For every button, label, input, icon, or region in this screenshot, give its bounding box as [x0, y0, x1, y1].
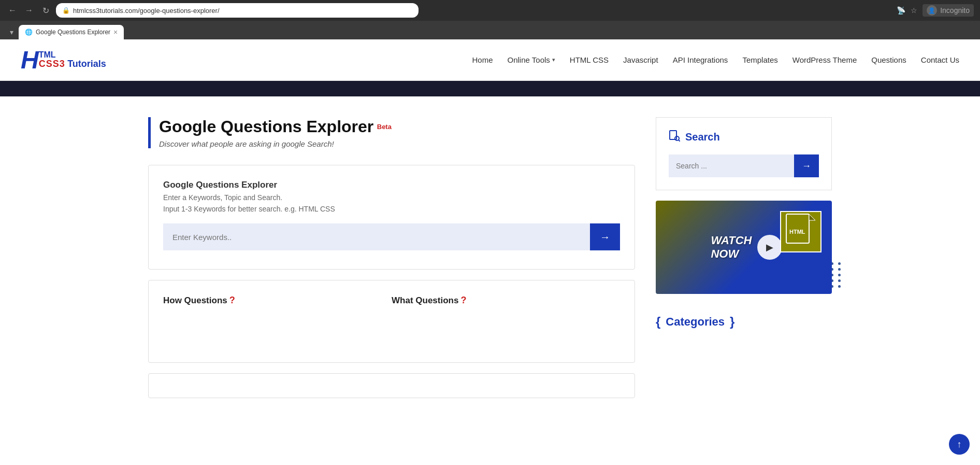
arrow-right-icon: →: [600, 231, 610, 243]
video-widget[interactable]: WATCHNOW ▶ HTML: [656, 201, 832, 294]
arrow-right-icon: →: [802, 161, 811, 172]
watch-now-text: WATCHNOW: [711, 234, 752, 261]
nav-item-api-integrations[interactable]: API Integrations: [673, 55, 728, 64]
tab-bar: ▾ 🌐 Google Questions Explorer ×: [0, 21, 980, 39]
tool-card: Google Questions Explorer Enter a Keywor…: [148, 165, 635, 270]
sidebar-search-row: →: [669, 154, 819, 177]
star-icon[interactable]: ☆: [911, 6, 917, 15]
tab-favicon: 🌐: [25, 29, 33, 36]
nav-label-html-css: HTML CSS: [570, 55, 609, 64]
dot: [838, 274, 841, 276]
dot: [838, 262, 841, 265]
what-questions-title: What Questions ?: [392, 295, 620, 306]
page-subtitle: Discover what people are asking in googl…: [159, 139, 392, 148]
nav-label-online-tools: Online Tools: [508, 55, 550, 64]
nav-label-home: Home: [472, 55, 493, 64]
tab-label: Google Questions Explorer: [36, 29, 110, 36]
how-questions-title: How Questions ?: [163, 295, 392, 306]
nav-item-online-tools[interactable]: Online Tools ▾: [508, 55, 555, 64]
address-bar[interactable]: 🔒 htmlcss3tutorials.com/google-questions…: [56, 3, 419, 18]
search-widget-title: Search: [669, 130, 819, 144]
how-questions-label: How Questions: [163, 295, 227, 306]
site-header: H TML CSS3 Tutorials Home Online Tools ▾…: [0, 39, 980, 81]
beta-badge: Beta: [377, 123, 392, 131]
browser-chrome: ← → ↻ 🔒 htmlcss3tutorials.com/google-que…: [0, 0, 980, 21]
sidebar-search-input[interactable]: [669, 154, 794, 177]
html-icon: HTML: [780, 211, 822, 252]
tool-card-desc: Enter a Keywords, Topic and Search.: [163, 193, 620, 202]
keyword-input[interactable]: [163, 223, 590, 250]
nav-label-questions: Questions: [871, 55, 906, 64]
back-button[interactable]: ←: [6, 4, 19, 17]
search-input-row: →: [163, 223, 620, 250]
tab-down-button[interactable]: ▾: [4, 25, 19, 39]
search-icon: [669, 130, 680, 144]
nav-item-templates[interactable]: Templates: [742, 55, 777, 64]
avatar: 👤: [927, 5, 937, 16]
what-question-mark: ?: [460, 295, 466, 306]
dot: [838, 268, 841, 271]
keyword-search-button[interactable]: →: [590, 223, 620, 250]
nav-label-wordpress: WordPress Theme: [792, 55, 857, 64]
page-title-area: Google Questions Explorer Beta Discover …: [148, 117, 635, 148]
dark-banner: [0, 81, 980, 96]
dot: [838, 285, 841, 288]
what-questions-label: What Questions: [392, 295, 458, 306]
open-brace: {: [656, 315, 660, 329]
chevron-down-icon: ▾: [552, 57, 555, 63]
dot: [838, 279, 841, 282]
how-questions-col: How Questions ?: [163, 295, 392, 306]
nav-label-javascript: Javascript: [623, 55, 658, 64]
svg-line-2: [679, 140, 680, 142]
forward-button[interactable]: →: [23, 4, 35, 17]
logo-h: H: [21, 48, 39, 73]
main-nav: Home Online Tools ▾ HTML CSS Javascript …: [472, 55, 959, 64]
incognito-label: Incognito: [940, 6, 970, 15]
tool-card-hint: Input 1-3 Keywords for better search. e.…: [163, 205, 620, 213]
sidebar: Search → WATCHNOW ▶: [656, 117, 832, 398]
categories-label: Categories: [666, 315, 725, 329]
search-widget: Search →: [656, 117, 832, 190]
what-questions-col: What Questions ?: [392, 295, 620, 306]
close-brace: }: [730, 315, 734, 329]
tool-card-title: Google Questions Explorer: [163, 180, 620, 190]
nav-item-home[interactable]: Home: [472, 55, 493, 64]
address-text: htmlcss3tutorials.com/google-questions-e…: [73, 7, 220, 15]
bottom-partial-card: [148, 373, 635, 398]
logo-tutorials: Tutorials: [67, 59, 106, 69]
play-button[interactable]: ▶: [757, 235, 782, 260]
nav-item-contact[interactable]: Contact Us: [921, 55, 959, 64]
nav-item-wordpress[interactable]: WordPress Theme: [792, 55, 857, 64]
cast-icon: 📡: [897, 6, 905, 15]
nav-label-api-integrations: API Integrations: [673, 55, 728, 64]
logo-css3: CSS3: [39, 59, 65, 69]
nav-item-questions[interactable]: Questions: [871, 55, 906, 64]
tab-close-button[interactable]: ×: [113, 28, 118, 36]
svg-marker-4: [809, 214, 815, 220]
nav-item-javascript[interactable]: Javascript: [623, 55, 658, 64]
nav-label-contact: Contact Us: [921, 55, 959, 64]
sidebar-search-button[interactable]: →: [794, 154, 819, 177]
logo-text-right: TML CSS3 Tutorials: [39, 50, 106, 69]
questions-card: How Questions ? What Questions ?: [148, 280, 635, 363]
search-widget-label: Search: [685, 131, 720, 143]
page-title: Google Questions Explorer: [159, 117, 373, 136]
site-logo[interactable]: H TML CSS3 Tutorials: [21, 48, 106, 73]
questions-row: How Questions ? What Questions ?: [163, 295, 620, 306]
html-label: HTML: [785, 213, 816, 251]
play-icon: ▶: [766, 242, 773, 253]
active-tab[interactable]: 🌐 Google Questions Explorer ×: [19, 25, 124, 39]
main-content: Google Questions Explorer Beta Discover …: [148, 117, 635, 398]
categories-title: { Categories }: [656, 315, 832, 329]
nav-label-templates: Templates: [742, 55, 777, 64]
categories-widget: { Categories }: [656, 306, 832, 337]
browser-right-icons: 📡 ☆ 👤 Incognito: [897, 4, 974, 17]
nav-item-html-css[interactable]: HTML CSS: [570, 55, 609, 64]
page-wrapper: Google Questions Explorer Beta Discover …: [127, 96, 853, 408]
how-question-mark: ?: [229, 295, 235, 306]
logo-html: TML: [39, 50, 106, 60]
reload-button[interactable]: ↻: [39, 4, 52, 17]
svg-text:HTML: HTML: [789, 229, 805, 235]
incognito-badge: 👤 Incognito: [923, 4, 974, 17]
lock-icon: 🔒: [62, 7, 70, 14]
